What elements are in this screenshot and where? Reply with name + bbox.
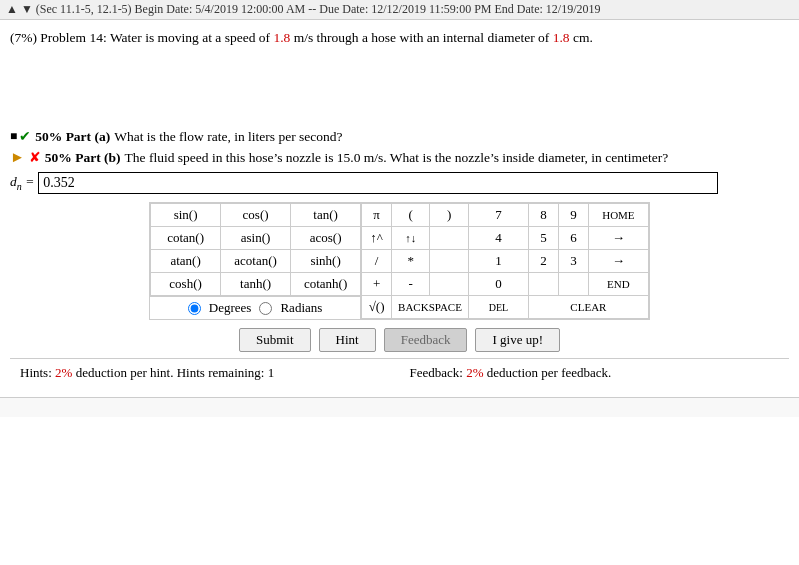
btn-mul[interactable]: * (392, 250, 430, 273)
degrees-label: Degrees (209, 300, 252, 316)
problem-intro: Water is moving at a speed of (110, 30, 274, 45)
hints-remaining: 1 (268, 365, 275, 380)
radians-label: Radians (280, 300, 322, 316)
top-bar: ▲ ▼ (Sec 11.1-5, 12.1-5) Begin Date: 5/4… (0, 0, 799, 20)
btn-updown[interactable]: ↑↓ (392, 227, 430, 250)
btn-5[interactable]: 5 (528, 227, 558, 250)
btn-minus[interactable]: - (392, 273, 430, 296)
feedback-rest: deduction per feedback. (484, 365, 612, 380)
btn-end[interactable]: END (588, 273, 648, 296)
part-b-line: ► ✘ 50% Part (b) The fluid speed in this… (10, 149, 789, 166)
keypad-right-table: π ( ) 7 8 9 HOME ↑^ ↑↓ 4 5 6 (361, 203, 649, 319)
keypad-right: π ( ) 7 8 9 HOME ↑^ ↑↓ 4 5 6 (361, 202, 650, 320)
answer-label: dn = (10, 174, 34, 192)
keypad: sin() cos() tan() cotan() asin() acos() … (149, 202, 650, 320)
btn-acotan[interactable]: acotan() (221, 250, 291, 273)
btn-tanh[interactable]: tanh() (221, 273, 291, 296)
btn-2[interactable]: 2 (528, 250, 558, 273)
btn-atan[interactable]: atan() (151, 250, 221, 273)
main-content: (7%) Problem 14: Water is moving at a sp… (0, 20, 799, 387)
btn-sinh[interactable]: sinh() (291, 250, 361, 273)
right-row-3: / * 1 2 3 → (362, 250, 649, 273)
submit-button[interactable]: Submit (239, 328, 311, 352)
btn-home[interactable]: HOME (588, 204, 648, 227)
btn-6[interactable]: 6 (558, 227, 588, 250)
btn-sin[interactable]: sin() (151, 204, 221, 227)
keypad-left-section: sin() cos() tan() cotan() asin() acos() … (149, 202, 361, 320)
answer-var: d (10, 174, 17, 189)
bottom-bar (0, 397, 799, 417)
radio-row: Degrees Radians (149, 297, 361, 320)
btn-del[interactable]: DEL (468, 296, 528, 319)
answer-input[interactable] (38, 172, 718, 194)
btn-acos[interactable]: acos() (291, 227, 361, 250)
hints-left: Hints: 2% deduction per hint. Hints rema… (20, 365, 390, 381)
keypad-row-3: atan() acotan() sinh() (151, 250, 361, 273)
part-a-line: ■ ✔ 50% Part (a) What is the flow rate, … (10, 128, 789, 145)
btn-3[interactable]: 3 (558, 250, 588, 273)
btn-cotanh[interactable]: cotanh() (291, 273, 361, 296)
separator (10, 358, 789, 359)
part-b-bullet: ► (10, 149, 25, 166)
btn-uparrow[interactable]: ↑^ (362, 227, 392, 250)
part-a-label: 50% Part (a) (35, 129, 110, 145)
btn-empty-r4a (430, 273, 468, 296)
right-row-2: ↑^ ↑↓ 4 5 6 → (362, 227, 649, 250)
btn-right-1[interactable]: → (588, 227, 648, 250)
hints-rest: deduction per hint. Hints remaining: (72, 365, 267, 380)
btn-div[interactable]: / (362, 250, 392, 273)
btn-asin[interactable]: asin() (221, 227, 291, 250)
part-b-text: The fluid speed in this hose’s nozzle is… (125, 150, 669, 166)
btn-empty-r3 (430, 250, 468, 273)
feedback-prefix: Feedback: (410, 365, 467, 380)
btn-empty-r4c (558, 273, 588, 296)
top-bar-text: ▲ ▼ (Sec 11.1-5, 12.1-5) Begin Date: 5/4… (6, 2, 600, 16)
hints-right: Feedback: 2% deduction per feedback. (410, 365, 780, 381)
btn-lparen[interactable]: ( (392, 204, 430, 227)
right-row-5: √() BACKSPACE DEL CLEAR (362, 296, 649, 319)
btn-9[interactable]: 9 (558, 204, 588, 227)
btn-right-2[interactable]: → (588, 250, 648, 273)
problem-unit-speed: m/s through a hose with an internal diam… (290, 30, 552, 45)
btn-plus[interactable]: + (362, 273, 392, 296)
btn-0[interactable]: 0 (468, 273, 528, 296)
btn-cosh[interactable]: cosh() (151, 273, 221, 296)
check-icon: ✔ (19, 128, 31, 145)
btn-cos[interactable]: cos() (221, 204, 291, 227)
btn-1[interactable]: 1 (468, 250, 528, 273)
btn-cotan[interactable]: cotan() (151, 227, 221, 250)
btn-backspace[interactable]: BACKSPACE (392, 296, 469, 319)
btn-sqrt[interactable]: √() (362, 296, 392, 319)
btn-clear[interactable]: CLEAR (528, 296, 648, 319)
feedback-percent: 2% (466, 365, 483, 380)
radio-degrees[interactable] (188, 302, 201, 315)
btn-4[interactable]: 4 (468, 227, 528, 250)
right-row-4: + - 0 END (362, 273, 649, 296)
hints-row: Hints: 2% deduction per hint. Hints rema… (10, 363, 789, 383)
answer-row: dn = (10, 172, 789, 194)
buttons-row: Submit Hint Feedback I give up! (10, 328, 789, 352)
keypad-left: sin() cos() tan() cotan() asin() acos() … (149, 202, 361, 297)
problem-speed: 1.8 (273, 30, 290, 45)
hints-prefix: Hints: (20, 365, 55, 380)
part-a-text: What is the flow rate, in liters per sec… (114, 129, 342, 145)
keypad-row-4: cosh() tanh() cotanh() (151, 273, 361, 296)
btn-empty-r2 (430, 227, 468, 250)
right-row-1: π ( ) 7 8 9 HOME (362, 204, 649, 227)
answer-equals: = (22, 174, 35, 189)
part-b-label: 50% Part (b) (45, 150, 121, 166)
btn-7[interactable]: 7 (468, 204, 528, 227)
feedback-button[interactable]: Feedback (384, 328, 468, 352)
problem-number: (7%) Problem 14: (10, 30, 107, 45)
checkbox-icon: ■ (10, 129, 17, 144)
btn-rparen[interactable]: ) (430, 204, 468, 227)
hint-button[interactable]: Hint (319, 328, 376, 352)
keypad-row-2: cotan() asin() acos() (151, 227, 361, 250)
btn-tan[interactable]: tan() (291, 204, 361, 227)
radio-radians[interactable] (259, 302, 272, 315)
igiveup-button[interactable]: I give up! (475, 328, 560, 352)
hints-percent: 2% (55, 365, 72, 380)
keypad-left-table: sin() cos() tan() cotan() asin() acos() … (150, 203, 361, 296)
btn-pi[interactable]: π (362, 204, 392, 227)
btn-8[interactable]: 8 (528, 204, 558, 227)
